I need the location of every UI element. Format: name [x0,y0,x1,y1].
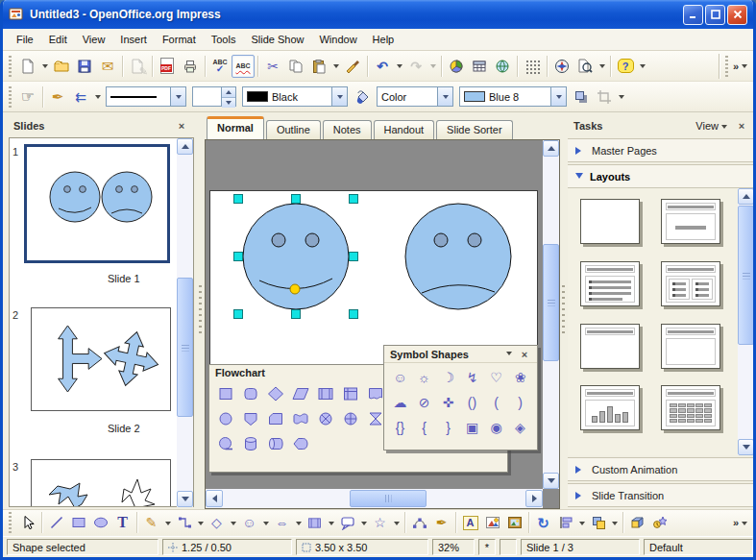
scroll-up-button[interactable] [543,140,559,157]
menu-insert[interactable]: Insert [112,31,155,48]
smiley-shape-selected[interactable] [243,204,349,309]
maximize-button[interactable] [705,5,725,25]
flowchart-shape-predefined-process[interactable] [313,381,337,406]
slides-panel-close-icon[interactable]: × [175,119,188,133]
tab-slide-sorter[interactable]: Slide Sorter [436,120,512,139]
line-style-combo-arrow[interactable] [170,87,185,106]
fill-type-combo-arrow[interactable] [437,87,452,106]
close-button[interactable] [727,5,747,25]
crop-button[interactable] [593,85,616,109]
slides-splitter[interactable] [197,112,204,509]
layout-thumb-title-only[interactable] [580,324,640,369]
symbol-left-bracket-icon[interactable]: ( [484,390,508,415]
symbol-sun-icon[interactable]: ☼ [412,365,436,390]
symbol-right-brace-icon[interactable]: } [436,415,460,440]
toolbar-grip[interactable] [9,86,12,108]
tab-notes[interactable]: Notes [323,120,372,139]
symbol-right-bracket-icon[interactable]: ) [508,390,532,415]
flowchart-shape-decision[interactable] [263,381,287,406]
symbol-prohibited-icon[interactable]: ⊘ [412,390,436,415]
line-tool-button[interactable] [45,512,67,534]
menu-file[interactable]: File [9,31,41,48]
flowchart-shape-sequential-access[interactable] [213,431,237,456]
status-size[interactable]: 3.50 x 3.50 [296,539,428,555]
spellcheck-button[interactable]: ABC✓ [208,55,232,78]
scroll-down-button[interactable] [177,491,193,507]
symbol-diamond-bevel-icon[interactable]: ◈ [508,415,532,440]
extrusion-button[interactable] [626,512,648,534]
print-button[interactable] [179,55,202,78]
symbol-palette-titlebar[interactable]: Symbol Shapes × [384,346,537,363]
shadow-button[interactable] [570,85,593,109]
symbol-heart-icon[interactable]: ♡ [484,365,508,390]
tasks-view-menu[interactable]: View [695,120,719,132]
format-paintbrush-button[interactable] [341,55,364,78]
fill-color-combo[interactable]: Blue 8 [459,86,567,107]
hyperlink-button[interactable] [491,55,514,78]
arrow-style-dropdown[interactable] [92,85,103,109]
cut-button[interactable]: ✂ [261,55,284,78]
slide-thumbnail-2[interactable] [31,307,171,411]
flowchart-shapes-button[interactable] [304,512,326,534]
symbol-palette-close-icon[interactable]: × [518,348,531,361]
palette-menu-dropdown[interactable] [506,352,512,358]
paste-button[interactable] [307,55,330,78]
layout-thumb-title-content[interactable] [661,199,720,244]
tab-normal[interactable]: Normal [207,116,264,139]
tab-outline[interactable]: Outline [266,120,321,139]
scroll-down-button[interactable] [738,439,754,455]
symbol-double-bracket-icon[interactable]: () [460,390,484,415]
symbol-flower-icon[interactable]: ❀ [508,365,532,390]
menu-window[interactable]: Window [311,31,364,48]
flowchart-shape-punched-tape[interactable] [288,406,312,431]
toolbar-options-dropdown[interactable] [616,85,626,109]
alignment-dropdown[interactable] [576,511,587,534]
symbol-double-brace-icon[interactable]: {} [388,415,412,440]
select-tool-button[interactable] [16,512,38,534]
toolbar-overflow-dropdown[interactable] [739,55,749,78]
symbol-square-bevel-icon[interactable]: ▣ [460,415,484,440]
scroll-up-button[interactable] [177,138,193,155]
adjustment-handle[interactable] [290,284,300,294]
layout-thumb-blank[interactable] [580,199,640,244]
stars-dropdown[interactable] [391,511,402,534]
rectangle-tool-button[interactable] [67,512,89,534]
menu-slide-show[interactable]: Slide Show [243,31,311,48]
arrange-dropdown[interactable] [609,511,620,534]
section-layouts[interactable]: Layouts [568,164,754,188]
alignment-button[interactable] [554,512,576,534]
layout-thumb-title-two-content[interactable] [661,261,720,306]
callouts-button[interactable] [336,512,358,534]
section-custom-animation[interactable]: Custom Animation [568,457,754,481]
callouts-dropdown[interactable] [358,511,369,534]
layout-thumb-title-chart[interactable] [580,385,640,430]
flowchart-shape-or[interactable] [338,406,362,431]
redo-button[interactable]: ↷ [404,55,427,78]
arrow-style-button[interactable]: ⇇ [69,85,92,109]
symbol-shapes-button[interactable]: ☺ [238,512,260,534]
layout-thumb-title-bullets[interactable] [580,261,640,306]
flowchart-shape-alternate-process[interactable] [238,381,262,406]
flowchart-shape-process[interactable] [213,381,237,406]
navigator-button[interactable] [550,55,573,78]
line-style-combo[interactable] [106,86,186,107]
fill-type-combo[interactable]: Color [377,86,453,107]
line-width-spinner[interactable] [192,86,236,107]
basic-shapes-button[interactable]: ◇ [206,512,228,534]
line-color-combo-arrow[interactable] [331,87,347,106]
ellipse-tool-button[interactable] [89,512,111,534]
spin-up[interactable] [222,87,235,98]
scrollbar-thumb[interactable] [543,244,559,361]
toolbar-grip[interactable] [9,56,12,77]
scroll-down-button[interactable] [543,473,559,489]
symbol-puzzle-icon[interactable]: ✜ [436,390,460,415]
tasks-panel-close-icon[interactable]: × [735,119,748,133]
paste-dropdown[interactable] [330,55,341,78]
layout-thumb-title-table[interactable] [661,385,720,430]
text-tool-button[interactable]: T [111,512,134,534]
zoom-button[interactable] [573,55,597,78]
scrollbar-thumb[interactable] [177,278,193,417]
export-pdf-button[interactable]: PDF [156,55,179,78]
help-button[interactable]: ? [614,55,637,78]
toolbar-grip[interactable] [725,56,728,77]
